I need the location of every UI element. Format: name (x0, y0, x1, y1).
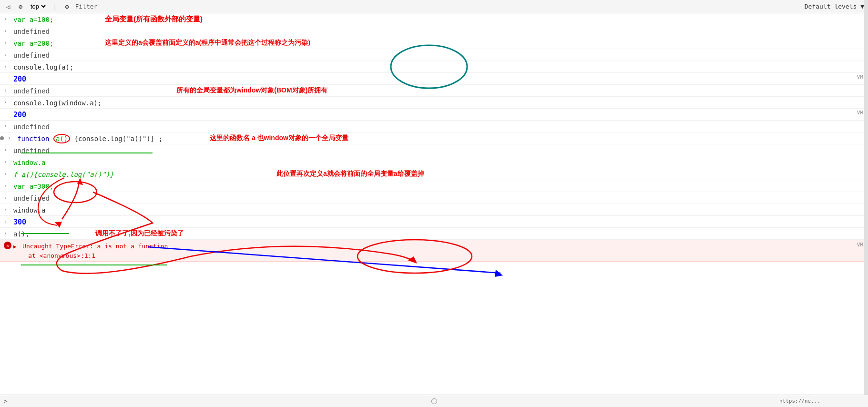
bottom-url: https://ne... (779, 398, 820, 404)
console-row: › function a() {console.log("a()")} ; 这里… (0, 132, 868, 144)
console-row: ‹ undefined 所有的全局变量都为window对象(BOM对象)所拥有 (0, 85, 868, 97)
row-undefined: undefined (13, 145, 868, 155)
row-undefined: undefined (13, 86, 868, 95)
row-expand-arrow[interactable]: › (4, 181, 11, 189)
row-return-arrow: ‹ (4, 50, 11, 58)
vi-label: VM (857, 74, 863, 80)
row-code: var a=300; (13, 181, 868, 191)
row-code: console.log(a); (13, 62, 868, 71)
console-row: 200 VM (0, 73, 868, 85)
row-output: 200 (13, 110, 868, 119)
row-undefined: undefined (13, 50, 868, 60)
row-return-arrow: ‹ (4, 193, 11, 201)
row-return-arrow: ‹ (4, 122, 11, 129)
context-select[interactable]: top (29, 2, 47, 10)
console-row: ‹ undefined (0, 25, 868, 37)
bottom-bar: > https://ne... (0, 395, 868, 407)
row-code: var a=200; (13, 38, 868, 48)
row-code: window.a (13, 157, 868, 167)
filter-icon[interactable]: ⊙ (62, 2, 71, 11)
row-code: a(); (13, 229, 868, 238)
row-undefined: undefined (13, 26, 868, 36)
vi-label2: VM (857, 110, 863, 116)
console-row: › console.log(window.a); (0, 97, 868, 109)
back-icon[interactable]: ◁ (4, 2, 12, 11)
console-row: › var a=300; (0, 180, 868, 192)
error-icon: ✕ (4, 242, 11, 249)
console-row: › a(); 调用不了了,因为已经被污染了 (0, 228, 868, 240)
console-row: ‹ 300 (0, 216, 868, 228)
row-undefined: undefined (13, 193, 868, 203)
prompt-arrow: > (4, 397, 8, 405)
console-row: 200 VM (0, 109, 868, 121)
console-row-error: ✕ ▶ Uncaught TypeError: a is not a funct… (0, 240, 868, 262)
row-code: function a() {console.log("a()")} ; (17, 133, 868, 143)
vi-label3: VM (857, 241, 863, 249)
toolbar: ◁ ⊘ top | ⊙ Filter Default levels ▼ (0, 0, 868, 13)
row-spacer (4, 74, 11, 75)
scrollbar[interactable] (864, 0, 868, 395)
row-return-arrow: ‹ (4, 169, 11, 177)
row-code: window.a (13, 205, 868, 214)
console-row: ‹ f a(){console.log("a()")} 此位置再次定义a就会将前… (0, 168, 868, 180)
row-output: 300 (13, 217, 868, 226)
row-code: var a=100; (13, 14, 868, 24)
row-undefined: undefined (13, 122, 868, 131)
error-message: Uncaught TypeError: a is not a function (22, 243, 168, 250)
row-expand-arrow[interactable]: › (4, 205, 11, 213)
row-code: console.log(window.a); (13, 98, 868, 107)
levels-select[interactable]: Default levels ▼ (805, 3, 864, 10)
console-row: ‹ undefined (0, 121, 868, 132)
svg-marker-5 (495, 270, 503, 277)
code-semi: ; (159, 135, 163, 142)
console-row: › var a=100; 全局变量(所有函数外部的变量) (0, 13, 868, 25)
row-output: 200 (13, 74, 868, 83)
row-expand-arrow[interactable]: › (4, 62, 11, 70)
row-return-arrow: ‹ (4, 86, 11, 93)
row-return-arrow: ‹ (4, 26, 11, 34)
console-row: ‹ undefined (0, 144, 868, 156)
error-expand[interactable]: ▶ (13, 244, 17, 250)
console-area: › var a=100; 全局变量(所有函数外部的变量) ‹ undefined… (0, 13, 868, 395)
row-expand-arrow[interactable]: › (4, 157, 11, 165)
clear-icon[interactable]: ⊘ (16, 2, 25, 11)
error-stack: at <anonymous>:1:1 (13, 252, 95, 259)
console-prompt: > (4, 397, 92, 405)
console-row: › window.a (0, 204, 868, 216)
row-expand-arrow[interactable]: › (8, 133, 15, 141)
code-body: {console.log("a()")} (74, 135, 155, 142)
sep1: | (53, 3, 57, 10)
bottom-circle (431, 398, 437, 404)
row-expand-arrow[interactable]: › (4, 38, 11, 46)
row-error-content: ▶ Uncaught TypeError: a is not a functio… (13, 241, 868, 260)
console-input[interactable] (11, 397, 92, 405)
console-row: › console.log(a); (0, 61, 868, 73)
function-name-circled: a() (53, 134, 70, 143)
row-return-arrow: ‹ (4, 217, 11, 224)
row-expand-arrow[interactable]: › (4, 98, 11, 105)
row-return-arrow: ‹ (4, 145, 11, 153)
console-row: ‹ undefined (0, 49, 868, 61)
console-row: › var a=200; 这里定义的a会覆盖前面定义的a(程序中通常会把这个过程… (0, 37, 868, 49)
row-expand-arrow[interactable]: › (4, 14, 11, 22)
row-spacer (4, 110, 11, 111)
row-expand-arrow[interactable]: › (4, 229, 11, 236)
row-dot (0, 136, 4, 140)
row-func-ref: f a(){console.log("a()")} (13, 169, 868, 179)
filter-label: Filter (75, 3, 97, 10)
console-row: › window.a (0, 156, 868, 168)
keyword-function: function (17, 135, 49, 142)
console-row: ‹ undefined (0, 192, 868, 204)
